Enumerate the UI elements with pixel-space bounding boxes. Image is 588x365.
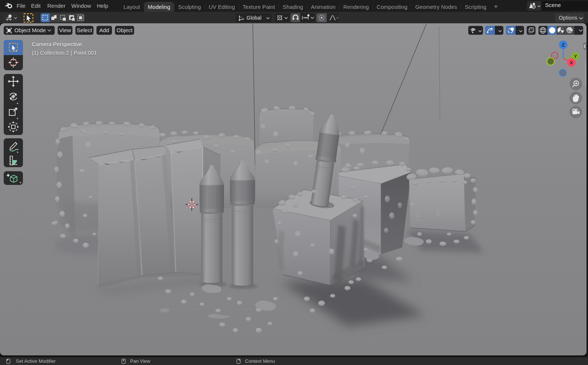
svg-text:X: X	[570, 60, 573, 65]
svg-text:Z: Z	[562, 42, 565, 48]
svg-text:Global: Global	[247, 15, 261, 21]
svg-text:Y: Y	[574, 54, 577, 59]
